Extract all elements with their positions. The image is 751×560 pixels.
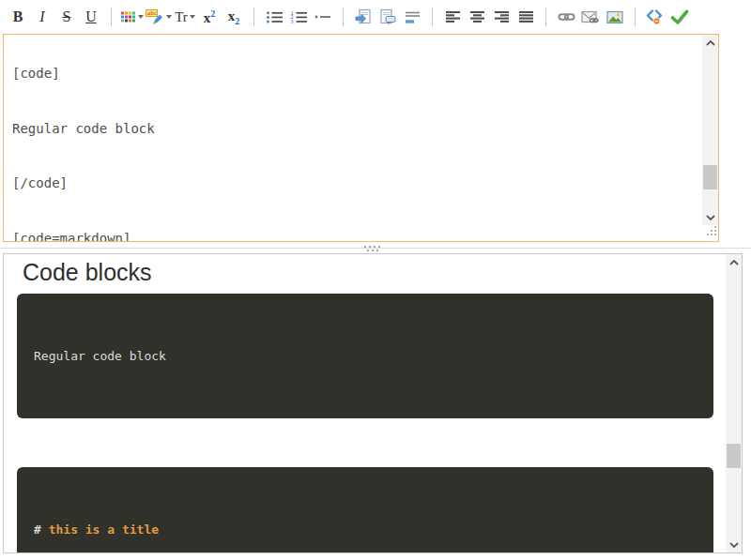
font-icon: Tr (175, 9, 188, 25)
code-block-markdown: # this is a title ## this is another tit… (17, 467, 713, 552)
strikethrough-icon: S (63, 8, 71, 25)
highlight-button[interactable]: abc (146, 5, 172, 29)
email-icon (581, 10, 600, 24)
editor-text: [code] Regular code block [/code] [code=… (4, 35, 702, 241)
bold-icon: B (13, 8, 23, 25)
chevron-down-icon (138, 15, 144, 19)
insert-email-button[interactable] (579, 5, 602, 29)
editor-line: [code=markdown] (12, 230, 702, 242)
align-right-icon (494, 10, 510, 23)
editor-content[interactable]: [code] Regular code block [/code] [code=… (4, 35, 702, 241)
align-left-button[interactable] (441, 5, 464, 29)
underline-icon: U (85, 8, 97, 25)
code-block-plain: Regular code block (17, 294, 713, 418)
underline-button[interactable]: U (80, 5, 102, 29)
resize-grip[interactable] (706, 223, 717, 240)
divider-line (0, 248, 751, 249)
toolbar-separator (635, 8, 636, 26)
scroll-up-button[interactable] (702, 35, 718, 51)
chevron-up-icon (706, 40, 715, 46)
editor-line: [/code] (12, 174, 702, 193)
insert-link-button[interactable] (555, 5, 577, 29)
preview-scrollbar[interactable] (726, 254, 742, 552)
svg-text:abc: abc (147, 9, 158, 16)
insert-quote-button[interactable] (376, 5, 399, 29)
strikethrough-button[interactable]: S (55, 5, 78, 29)
source-code-icon (646, 9, 665, 25)
check-icon (670, 9, 689, 24)
font-family-button[interactable]: Tr (174, 5, 196, 29)
align-right-button[interactable] (490, 5, 513, 29)
preview-title: Code blocks (23, 258, 711, 286)
toolbar-separator (111, 8, 112, 26)
toolbar-separator (253, 8, 254, 26)
editor-line: [code] (12, 65, 702, 83)
bullet-list-button[interactable] (263, 5, 285, 29)
bbcode-editor-textarea[interactable]: [code] Regular code block [/code] [code=… (3, 34, 719, 242)
color-grid-icon (120, 10, 136, 24)
bold-button[interactable]: B (7, 5, 29, 29)
subscript-button[interactable]: x2 (222, 5, 245, 29)
insert-image-button[interactable] (604, 5, 626, 29)
subscript-icon: x2 (228, 8, 240, 26)
text-color-button[interactable] (120, 5, 144, 29)
chevron-up-icon (729, 260, 739, 265)
chevron-down-icon (729, 542, 739, 548)
resize-grip-icon (706, 225, 717, 236)
horizontal-rule-button[interactable] (312, 5, 334, 29)
float-lines-icon (404, 10, 421, 24)
toolbar-separator (343, 8, 344, 26)
highlight-pencil-icon: abc (146, 9, 164, 25)
divider-drag-handle[interactable] (364, 246, 366, 248)
italic-button[interactable]: I (31, 5, 54, 29)
scroll-up-button[interactable] (726, 254, 742, 270)
chevron-down-icon (190, 15, 195, 19)
pane-divider (0, 244, 751, 253)
toolbar-separator (432, 8, 433, 26)
chevron-down-icon (166, 15, 172, 19)
float-text-button[interactable] (401, 5, 423, 29)
align-justify-icon (518, 10, 534, 23)
chevron-down-icon (706, 215, 715, 220)
editor-line: Regular code block (12, 120, 702, 139)
preview-scrollbar-thumb[interactable] (727, 444, 741, 468)
numbered-list-button[interactable]: 1 2 3 (287, 5, 310, 29)
numbered-list-icon: 1 2 3 (290, 10, 308, 24)
preview-pane: Code blocks Regular code block # this is… (3, 253, 743, 553)
horizontal-rule-icon (314, 12, 331, 22)
editor-scrollbar[interactable] (702, 35, 718, 225)
align-justify-button[interactable] (514, 5, 537, 29)
toggle-source-button[interactable] (644, 5, 667, 29)
italic-icon: I (39, 8, 44, 25)
editor-scrollbar-thumb[interactable] (703, 165, 717, 189)
align-center-icon (469, 10, 485, 23)
toolbar-separator (545, 8, 546, 26)
preview-content: Code blocks Regular code block # this is… (4, 254, 726, 552)
insert-code-button[interactable] (352, 5, 375, 29)
scroll-down-button[interactable] (726, 537, 742, 552)
validate-button[interactable] (668, 5, 691, 29)
code-page-icon (355, 8, 373, 25)
bullet-list-icon (266, 10, 284, 24)
align-center-button[interactable] (466, 5, 488, 29)
code-line: # this is a title (34, 520, 697, 539)
formatting-toolbar: B I S U abc Tr x2 x2 (0, 0, 751, 32)
svg-text:3: 3 (290, 19, 293, 24)
quote-page-icon (379, 8, 397, 25)
superscript-icon: x2 (204, 8, 216, 26)
superscript-button[interactable]: x2 (198, 5, 221, 29)
link-icon (558, 11, 575, 23)
align-left-icon (445, 10, 461, 23)
image-icon (606, 10, 623, 24)
code-line: Regular code block (34, 346, 697, 366)
